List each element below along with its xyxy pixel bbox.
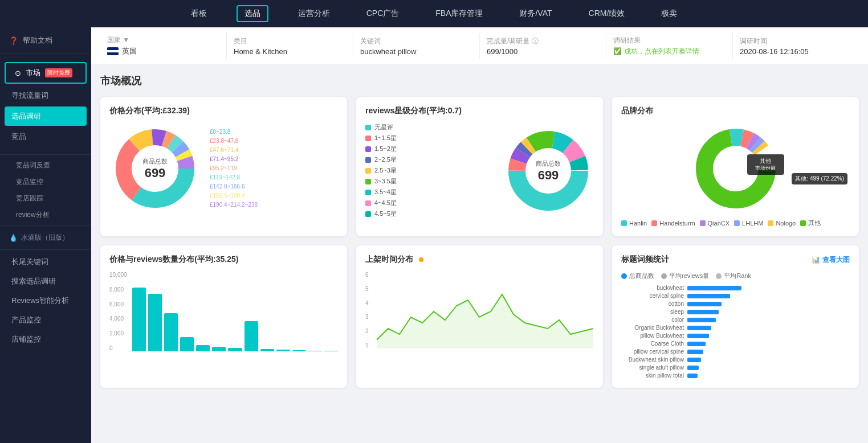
cards-row-1: 价格分布(平均:£32.39) xyxy=(100,97,859,236)
nav-finance[interactable]: 财务/VAT xyxy=(512,6,559,21)
filter-keyword-label: 关键词 xyxy=(360,36,472,46)
top-navigation: 看板 选品 运营分析 CPC广告 FBA库存管理 财务/VAT CRM/绩效 极… xyxy=(0,0,868,27)
waterfall-icon: 💧 xyxy=(9,234,18,242)
orange-dot xyxy=(419,257,423,262)
hbar-organic: Organic Buckwheat xyxy=(621,325,850,331)
cards-row-2: 价格与reviews数量分布(平均:35.25) 10,000 8,000 6,… xyxy=(100,245,859,388)
nav-fba[interactable]: FBA库存管理 xyxy=(429,6,490,21)
sidebar: ❓ 帮助文档 ⊙ 市场 限时免费 寻找流量词 选品调研 竞品 竞品词反查 竞品监… xyxy=(0,27,91,443)
hbar-coarse: Coarse Cloth xyxy=(621,341,850,347)
reviews-donut-center: 商品总数 699 xyxy=(536,159,561,182)
reviews-legend: 无星评 1~1.5星 1.5~2星 2~2.5星 2.5~3星 3~3.5星 3… xyxy=(365,123,494,218)
legend-1.5star: 1.5~2星 xyxy=(365,145,494,153)
hbar-chart: buckwheat cervical spine cotton sleep co… xyxy=(621,285,850,379)
sidebar-productmonitor[interactable]: 产品监控 xyxy=(0,310,91,330)
sidebar-help-label: 帮助文档 xyxy=(23,35,52,46)
sidebar-sub-reviewanalysis[interactable]: review分析 xyxy=(0,207,91,223)
reviews-donut-wrap: 商品总数 699 xyxy=(503,125,594,216)
reviews-donut-container: 无星评 1~1.5星 1.5~2星 2~2.5星 2.5~3星 3~3.5星 3… xyxy=(365,123,594,218)
brand-hanlin: Hanlin xyxy=(621,219,647,227)
hbar-skin-total: skin pillow total xyxy=(621,372,850,379)
brand-card: 品牌分布 其他 市场份额 xyxy=(612,97,859,236)
time-card-title: 上架时间分布 xyxy=(365,255,594,265)
price-label-4: £71.4~95.2 xyxy=(210,155,338,164)
hbar-cotton: cotton xyxy=(621,301,850,307)
sidebar-searchresearch[interactable]: 搜索选品调研 xyxy=(0,272,91,291)
price-review-title: 价格与reviews数量分布(平均:35.25) xyxy=(109,255,338,265)
page-content: 市场概况 价格分布(平均:£32.39) xyxy=(91,65,868,443)
nav-jixiao[interactable]: 极卖 xyxy=(654,6,684,21)
labels-card-header: 标题词频统计 📊 查看大图 xyxy=(621,255,850,265)
legend-total: 总商品数 xyxy=(621,272,654,280)
legend-4.5star: 4.5~5星 xyxy=(365,210,494,218)
sidebar-sub-store[interactable]: 竞店跟踪 xyxy=(0,190,91,207)
legend-2star: 2~2.5星 xyxy=(365,155,494,164)
brand-donut-container: 其他 市场份额 其他: 499 (72.22%) xyxy=(621,123,850,214)
legend-3star: 3~3.5星 xyxy=(365,177,494,186)
nav-cpc[interactable]: CPC广告 xyxy=(360,6,406,21)
svg-text:其他: 其他 xyxy=(760,158,771,164)
legend-rank: 平均Rank xyxy=(716,272,751,280)
sidebar-sub-monitor[interactable]: 竞品监控 xyxy=(0,174,91,190)
sidebar-reviewsai[interactable]: Reviews智能分析 xyxy=(0,291,91,310)
filter-country-label: 国家 ▼ xyxy=(107,35,219,45)
sidebar-waterfall[interactable]: 💧 水滴版（旧版） xyxy=(0,228,91,247)
hbar-buckwheat-skin: Buckwheat skin pillow xyxy=(621,356,850,363)
filter-keyword[interactable]: 关键词 buckwheat pillow xyxy=(353,33,480,59)
sidebar-market-group[interactable]: ⊙ 市场 限时免费 xyxy=(5,62,87,84)
price-label-1: £0~23.8 xyxy=(210,128,338,137)
sidebar-item-research[interactable]: 选品调研 xyxy=(5,106,87,126)
filter-row: 国家 ▼ 英国 类目 Home & Kitchen 关键词 buckwheat … xyxy=(100,32,859,60)
legend-4star: 4~4.5星 xyxy=(365,199,494,207)
legend-2.5star: 2.5~3星 xyxy=(365,166,494,175)
price-donut-center: 商品总数 699 xyxy=(142,157,168,181)
sidebar-longtail[interactable]: 长尾关键词 xyxy=(0,252,91,272)
filter-completion-label: 完成量/调研量 ⓘ xyxy=(487,36,599,46)
brand-handelsturm: Handelsturm xyxy=(651,219,695,227)
labels-legend: 总商品数 平均reviews量 平均Rank xyxy=(621,272,850,280)
nav-xuanpin[interactable]: 选品 xyxy=(237,5,268,22)
sidebar-help[interactable]: ❓ 帮助文档 xyxy=(0,27,91,54)
sidebar-sub-review[interactable]: 竞品词反查 xyxy=(0,157,91,174)
filter-category-value: Home & Kitchen xyxy=(234,47,346,56)
filter-completion-value: 699/1000 xyxy=(487,47,599,56)
sidebar-storemonitor[interactable]: 店铺监控 xyxy=(0,330,91,349)
bar-2 xyxy=(148,294,162,351)
price-label-8: £166.6~190.4 xyxy=(210,191,338,200)
sidebar-item-competitor[interactable]: 竞品 xyxy=(0,127,91,146)
page-title: 市场概况 xyxy=(100,74,859,88)
bar-5 xyxy=(196,345,210,351)
filter-category[interactable]: 类目 Home & Kitchen xyxy=(227,33,353,59)
price-label-7: £142.8~166.6 xyxy=(210,182,338,191)
time-chart: 6 5 4 3 2 1 xyxy=(365,272,594,357)
filter-result: 调研结果 ✅ 成功，点在列表开看详情 xyxy=(606,32,733,60)
bar-3 xyxy=(164,313,178,351)
filter-result-value[interactable]: ✅ 成功，点在列表开看详情 xyxy=(613,47,726,56)
nav-kanban[interactable]: 看板 xyxy=(184,6,214,21)
price-donut-wrap: 商品总数 699 xyxy=(109,123,201,214)
time-card: 上架时间分布 6 5 4 3 2 1 xyxy=(356,245,603,388)
filter-time-label: 调研时间 xyxy=(740,36,852,46)
hbar-pillow-buck: pillow Buckwheat xyxy=(621,333,850,339)
brand-card-title: 品牌分布 xyxy=(621,106,850,116)
nav-crm[interactable]: CRM/绩效 xyxy=(582,6,632,21)
price-review-chart: 10,000 8,000 6,000 4,000 2,000 0 xyxy=(109,272,338,363)
view-more-button[interactable]: 📊 查看大图 xyxy=(812,255,850,265)
svg-text:市场份额: 市场份额 xyxy=(755,165,776,171)
filter-country[interactable]: 国家 ▼ 英国 xyxy=(100,32,227,60)
bar-1 xyxy=(132,288,146,351)
price-review-card: 价格与reviews数量分布(平均:35.25) 10,000 8,000 6,… xyxy=(100,245,347,388)
hbar-sleep: sleep xyxy=(621,309,850,315)
reviews-card: reviews星级分布(平均:0.7) 无星评 1~1.5星 1.5~2星 2~… xyxy=(356,97,603,236)
price-label-9: £190.4~214.2~238 xyxy=(210,200,338,210)
bar-6 xyxy=(212,347,226,351)
filter-category-label: 类目 xyxy=(234,36,346,46)
market-label: 市场 xyxy=(26,68,40,78)
price-card: 价格分布(平均:£32.39) xyxy=(100,97,347,236)
nav-yunying[interactable]: 运营分析 xyxy=(291,6,337,21)
filter-time-value: 2020-08-16 12:16:05 xyxy=(740,47,852,56)
price-label-2: £23.8~47.6 xyxy=(210,137,338,146)
bar-7 xyxy=(228,348,242,351)
sidebar-item-flow[interactable]: 寻找流量词 xyxy=(0,86,91,105)
filter-bar: 国家 ▼ 英国 类目 Home & Kitchen 关键词 buckwheat … xyxy=(91,27,868,65)
